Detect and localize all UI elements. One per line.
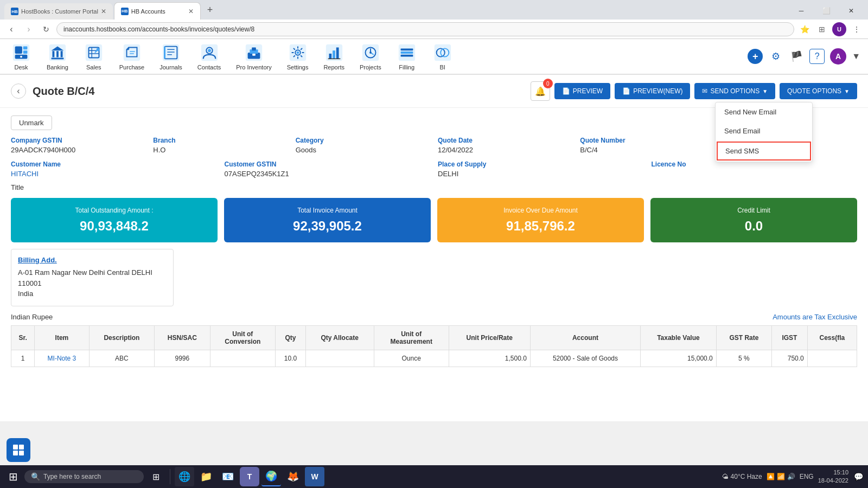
card-value-outstanding: 90,93,848.2 [20, 219, 209, 234]
header-actions: 🔔 0 📄 PREVIEW 📄 PREVIEW(NEW) ✉ SEND OPTI… [531, 81, 857, 101]
svg-rect-2 [23, 47, 28, 50]
forward-nav-btn[interactable]: › [22, 22, 36, 36]
browser-icon-2[interactable]: ⊞ [815, 22, 829, 36]
cell-account: 52000 - Sale of Goods [530, 350, 640, 367]
card-label-credit-limit: Credit Limit [659, 207, 848, 214]
send-sms-item[interactable]: Send SMS [717, 142, 811, 160]
minimize-btn[interactable]: ─ [789, 2, 814, 20]
invoice-table: Sr. Item Description HSN/SAC Unit ofConv… [11, 325, 857, 367]
send-email-item[interactable]: Send Email [716, 121, 812, 140]
field-value-quote-number: B/C/4 [580, 146, 714, 154]
help-icon[interactable]: ? [809, 49, 825, 64]
unmark-label[interactable]: Unmark [11, 115, 52, 130]
quote-options-button[interactable]: QUOTE OPTIONS ▼ [780, 83, 857, 99]
nav-item-settings[interactable]: Settings [279, 39, 316, 74]
title-label: Title [11, 183, 24, 191]
user-avatar[interactable]: A [830, 48, 846, 65]
nav-item-contacts[interactable]: Contacts [190, 39, 228, 74]
nav-label-contacts: Contacts [197, 64, 221, 70]
add-icon[interactable]: + [748, 49, 763, 64]
billing-title[interactable]: Billing Add. [18, 256, 167, 264]
nav-item-projects[interactable]: Projects [352, 39, 389, 74]
nav-item-sales[interactable]: Sales [76, 39, 112, 74]
browser-icon-1[interactable]: ⭐ [797, 22, 812, 36]
nav-item-reports[interactable]: Reports [316, 39, 352, 74]
col-item: Item [35, 325, 89, 350]
back-nav-btn[interactable]: ‹ [4, 22, 18, 36]
field-value-company-gstin: 29AADCK7940H000 [11, 146, 145, 154]
col-taxable: Taxable Value [641, 325, 717, 350]
nav-item-bi[interactable]: BI [425, 39, 461, 74]
preview-new-button[interactable]: 📄 PREVIEW(NEW) [615, 83, 690, 99]
close-btn[interactable]: ✕ [839, 2, 864, 20]
svg-point-5 [20, 56, 22, 58]
bell-button[interactable]: 🔔 0 [531, 81, 550, 101]
flag-icon[interactable]: 🏴 [789, 49, 804, 64]
billing-section: Billing Add. A-01 Ram Nagar New Delhi Ce… [11, 249, 857, 306]
address-text: inaccounts.hostbooks.com/accounts-books/… [63, 25, 254, 33]
card-value-credit-limit: 0.0 [659, 219, 848, 234]
col-cess: Cess(fla [807, 325, 857, 350]
card-outstanding: Total Outstanding Amount : 90,93,848.2 [11, 198, 218, 242]
nav-label-settings: Settings [287, 64, 309, 70]
tab-customer-portal[interactable]: HB HostBooks : Customer Portal ✕ [4, 3, 113, 20]
reload-btn[interactable]: ↻ [39, 22, 53, 36]
svg-rect-43 [336, 48, 339, 59]
browser-menu-btn[interactable]: ⋮ [850, 22, 864, 36]
field-place-supply: Place of Supply DELHI [438, 160, 644, 178]
svg-rect-42 [333, 50, 335, 59]
field-label-quote-date: Quote Date [438, 137, 572, 144]
nav-item-purchase[interactable]: Purchase [112, 39, 152, 74]
send-options-dropdown: Send New Email Send Email Send SMS [715, 102, 813, 162]
new-tab-btn[interactable]: + [202, 4, 219, 16]
svg-rect-12 [86, 44, 102, 61]
tab-hb-accounts[interactable]: HB HB Accounts ✕ [114, 2, 201, 20]
preview-button[interactable]: 📄 PREVIEW [554, 83, 610, 99]
expand-icon[interactable]: ▼ [852, 52, 860, 61]
field-value-customer-name: HITACHI [11, 170, 217, 178]
col-qty: Qty [276, 325, 306, 350]
field-label-customer-gstin: Customer GSTIN [225, 160, 431, 168]
nav-item-inventory[interactable]: Pro Inventory [228, 39, 279, 74]
browser-profile[interactable]: U [832, 22, 846, 36]
svg-rect-35 [252, 48, 256, 51]
svg-rect-1 [15, 47, 22, 54]
nav-label-bi: BI [440, 64, 445, 70]
col-hsn: HSN/SAC [155, 325, 210, 350]
nav-item-journals[interactable]: Journals [152, 39, 190, 74]
cell-uoc [210, 350, 276, 367]
nav-item-banking[interactable]: Banking [39, 39, 76, 74]
send-new-email-item[interactable]: Send New Email [716, 102, 812, 121]
nav-label-desk: Desk [14, 64, 28, 70]
field-label-place-supply: Place of Supply [438, 160, 644, 168]
restore-btn[interactable]: ⬜ [814, 2, 839, 20]
field-label-company-gstin: Company GSTIN [11, 137, 145, 144]
field-value-branch: H.O [153, 146, 288, 154]
nav-item-filling[interactable]: Filling [389, 39, 425, 74]
page-header: ‹ Quote B/C/4 🔔 0 📄 PREVIEW 📄 PREVIEW(NE… [0, 75, 868, 108]
col-account: Account [530, 325, 640, 350]
field-label-category: Category [296, 137, 430, 144]
svg-rect-3 [23, 50, 28, 54]
field-company-gstin: Company GSTIN 29AADCK7940H000 [11, 137, 145, 154]
main-content: ‹ Quote B/C/4 🔔 0 📄 PREVIEW 📄 PREVIEW(NE… [0, 75, 868, 421]
nav-label-purchase: Purchase [119, 64, 144, 70]
send-options-button[interactable]: ✉ SEND OPTIONS ▼ [694, 83, 775, 99]
address-bar[interactable]: inaccounts.hostbooks.com/accounts-books/… [56, 22, 794, 36]
cell-igst: 750.0 [772, 350, 808, 367]
svg-rect-9 [56, 51, 59, 57]
svg-rect-50 [400, 52, 413, 54]
svg-rect-10 [61, 51, 63, 57]
card-label-overdue: Invoice Over Due Amount [446, 207, 635, 214]
billing-address: A-01 Ram Nagar New Delhi Central DELHI 1… [18, 267, 167, 299]
back-button[interactable]: ‹ [11, 84, 26, 99]
field-quote-number: Quote Number B/C/4 [580, 137, 714, 154]
cell-item[interactable]: MI-Note 3 [35, 350, 89, 367]
field-quote-date: Quote Date 12/04/2022 [438, 137, 572, 154]
tab-close-portal[interactable]: ✕ [101, 8, 106, 15]
currency-label: Indian Rupee [11, 313, 53, 321]
settings-icon[interactable]: ⚙ [768, 49, 783, 64]
tab-close-accounts[interactable]: ✕ [188, 8, 194, 15]
cell-sr: 1 [11, 350, 35, 367]
nav-item-desk[interactable]: Desk [3, 39, 39, 74]
